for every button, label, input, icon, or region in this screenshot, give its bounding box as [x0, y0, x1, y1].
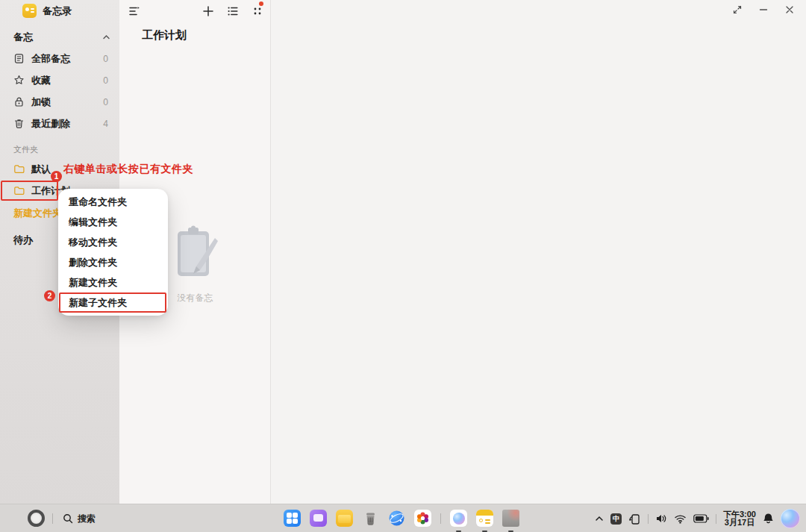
menu-item-move-folder[interactable]: 移动文件夹 [58, 232, 168, 252]
screenshot-thumbnail[interactable] [502, 510, 519, 527]
annotation-box-new-subfolder [59, 292, 166, 313]
notification-dot [259, 1, 263, 6]
more-dots-icon[interactable] [252, 5, 263, 17]
resize-window-icon[interactable] [732, 4, 743, 15]
files-app-icon[interactable] [336, 510, 353, 527]
taskbar-divider [52, 513, 53, 524]
folder-icon [13, 163, 25, 175]
sidebar-item-favorites[interactable]: 收藏 0 [0, 69, 119, 91]
memo-group-header[interactable]: 备忘 [13, 31, 112, 44]
close-window-icon[interactable] [784, 4, 795, 15]
screen: 备忘录 备忘 全部备忘 0 收藏 0 [0, 0, 806, 532]
wifi-icon[interactable] [674, 513, 687, 525]
add-note-icon[interactable] [202, 5, 214, 17]
chevron-up-icon[interactable] [595, 514, 604, 523]
tray-divider [648, 514, 649, 524]
system-tray: 中 下午3:00 3月17日 [595, 504, 800, 532]
annotation-step-badge-1: 1 [51, 171, 62, 182]
main-content-area [272, 0, 806, 504]
volume-icon[interactable] [655, 513, 667, 525]
sidebar-item-count: 4 [103, 119, 108, 129]
memo-app-logo-icon [22, 4, 37, 18]
sidebar-item-label: 加锁 [31, 96, 96, 109]
dock [284, 510, 519, 527]
sidebar-item-label: 最近删除 [31, 117, 96, 131]
taskbar-clock[interactable]: 下午3:00 3月17日 [723, 510, 756, 528]
list-view-icon[interactable] [227, 5, 239, 17]
clipboard-icon [172, 225, 219, 283]
sidebar-item-recently-deleted[interactable]: 最近删除 4 [0, 113, 119, 134]
panel-toolbar [128, 5, 263, 17]
start-button-icon[interactable] [28, 510, 45, 527]
annotation-step-badge-2: 2 [44, 290, 55, 301]
menu-item-rename-folder[interactable]: 重命名文件夹 [58, 192, 168, 212]
recycle-bin-icon[interactable] [362, 510, 379, 527]
sidebar-item-label: 收藏 [31, 74, 96, 87]
sidebar-item-count: 0 [103, 97, 108, 107]
notes-app-icon[interactable] [476, 510, 493, 527]
app-header: 备忘录 [22, 4, 72, 18]
assistant-orb-icon[interactable] [781, 509, 800, 528]
battery-icon[interactable] [693, 514, 709, 523]
sidebar-item-todo[interactable]: 待办 [13, 234, 33, 247]
dock-divider [440, 513, 441, 524]
window-controls [732, 4, 795, 15]
lock-icon [13, 96, 25, 107]
annotation-box-folder [1, 181, 58, 201]
all-notes-icon [13, 53, 25, 64]
minimize-window-icon[interactable] [758, 4, 769, 15]
panel-title: 工作计划 [142, 28, 187, 43]
clock-date: 3月17日 [723, 519, 756, 528]
sidebar-item-locked[interactable]: 加锁 0 [0, 91, 119, 113]
star-icon [13, 75, 25, 86]
input-method-icon[interactable]: 中 [610, 513, 622, 525]
sidebar-item-all-notes[interactable]: 全部备忘 0 [0, 48, 119, 69]
sidebar-item-count: 0 [103, 54, 108, 64]
new-folder-button[interactable]: 新建文件夹 [13, 207, 62, 220]
folders-section-label: 文件夹 [13, 144, 38, 155]
browser-icon[interactable] [388, 510, 405, 527]
annotation-tip-text: 右键单击或长按已有文件夹 [63, 163, 193, 176]
menu-item-edit-folder[interactable]: 编辑文件夹 [58, 212, 168, 232]
menu-item-delete-folder[interactable]: 删除文件夹 [58, 252, 168, 272]
collapse-sidebar-icon[interactable] [128, 5, 140, 17]
sidebar-item-label: 全部备忘 [31, 52, 96, 66]
memo-group-title: 备忘 [13, 31, 33, 44]
trash-icon [13, 118, 25, 129]
multitask-icon[interactable] [310, 510, 327, 527]
taskbar-search[interactable]: 搜索 [63, 504, 96, 532]
sidebar-nav: 全部备忘 0 收藏 0 加锁 0 [0, 48, 119, 134]
assistant-sphere-icon[interactable] [450, 510, 467, 527]
screen-cast-icon[interactable] [628, 513, 641, 525]
menu-item-new-folder[interactable]: 新建文件夹 [58, 272, 168, 292]
taskbar: 搜索 [0, 504, 806, 532]
app-grid-icon[interactable] [284, 510, 301, 527]
app-title: 备忘录 [43, 4, 72, 18]
search-label: 搜索 [78, 513, 96, 525]
search-icon [63, 513, 73, 524]
sidebar-item-count: 0 [103, 75, 108, 86]
notification-bell-icon[interactable] [763, 513, 774, 525]
tray-divider [716, 514, 716, 524]
gallery-icon[interactable] [414, 510, 431, 527]
chevron-up-icon[interactable] [101, 33, 112, 42]
